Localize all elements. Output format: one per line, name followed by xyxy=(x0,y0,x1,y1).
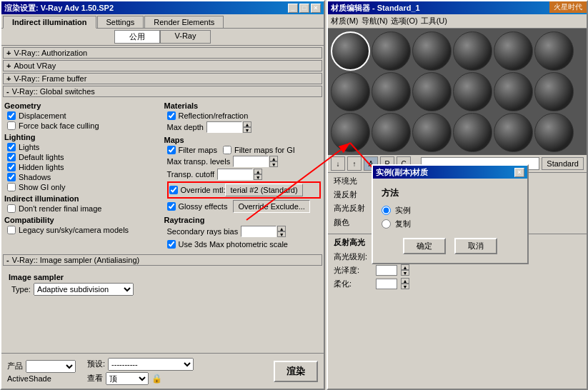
section-frame-buffer[interactable]: + V-Ray:: Frame buffer xyxy=(3,73,322,84)
filter-maps-gi-checkbox[interactable] xyxy=(223,146,231,154)
copy-radio[interactable] xyxy=(382,219,391,229)
filter-maps-checkbox[interactable] xyxy=(167,146,176,154)
glossy-checkbox[interactable] xyxy=(167,202,176,211)
material-title: 材质编辑器 - Standard_1 xyxy=(331,3,420,14)
sphere-0[interactable] xyxy=(331,31,370,71)
preset-row: 预设: ---------- xyxy=(87,358,194,371)
hidden-lights-checkbox[interactable] xyxy=(7,163,16,171)
preset-label: 预设: xyxy=(87,359,105,369)
legacy-sun-checkbox[interactable] xyxy=(7,226,16,234)
reflection-checkbox[interactable] xyxy=(167,111,176,120)
raytracing-group-label: Raytracing xyxy=(164,216,322,224)
gloss-input[interactable]: 10 xyxy=(376,265,397,276)
transp-cutoff-label: Transp. cutoff xyxy=(167,170,215,179)
view-row: 查看 顶 🔒 xyxy=(87,372,194,385)
sphere-4[interactable] xyxy=(494,31,533,71)
frame-expand-icon: + xyxy=(6,74,11,83)
sphere-3[interactable] xyxy=(453,31,492,71)
default-lights-checkbox[interactable] xyxy=(7,153,16,161)
override-mtl-button[interactable]: terial #2 (Standard) xyxy=(225,184,302,196)
reflection-label: Reflection/refraction xyxy=(179,111,249,120)
lights-label: Lights xyxy=(19,143,39,151)
lights-checkbox[interactable] xyxy=(7,143,16,151)
dont-render-checkbox[interactable] xyxy=(7,204,16,213)
sphere-13[interactable] xyxy=(372,113,411,152)
menu-tools[interactable]: 工具(U) xyxy=(421,16,447,26)
gloss-label: 光泽度: xyxy=(334,265,373,276)
sphere-7[interactable] xyxy=(372,72,411,111)
product-select[interactable] xyxy=(26,360,76,373)
soften-spinner[interactable]: ▲▼ xyxy=(401,278,409,289)
sphere-12[interactable] xyxy=(331,113,370,152)
override-exclude-button[interactable]: Override Exclude... xyxy=(233,200,310,213)
max-transp-input[interactable]: 50 xyxy=(233,156,269,167)
secondary-rays-spinner[interactable]: ▲▼ xyxy=(277,226,286,237)
secondary-rays-input[interactable]: 0.0 xyxy=(241,226,276,237)
max-depth-spinner[interactable]: ▲▼ xyxy=(243,121,251,133)
type-row: Type: Adaptive subdivision xyxy=(11,283,317,296)
shadows-checkbox[interactable] xyxy=(7,173,16,181)
diffuse-label: 漫反射 xyxy=(334,189,377,200)
show-gi-checkbox[interactable] xyxy=(7,183,16,191)
section-authorization[interactable]: + V-Ray:: Authorization xyxy=(3,47,322,59)
force-back-face-checkbox[interactable] xyxy=(7,121,16,130)
instance-close-button[interactable]: × xyxy=(514,168,524,177)
instance-radio[interactable] xyxy=(382,206,391,215)
sphere-8[interactable] xyxy=(412,72,452,111)
gloss-spinner[interactable]: ▲▼ xyxy=(401,264,409,276)
sphere-9[interactable] xyxy=(453,72,492,111)
subtab-gongyong[interactable]: 公用 xyxy=(114,30,160,44)
view-select[interactable]: 顶 xyxy=(106,372,149,385)
max-transp-spinner[interactable]: ▲▼ xyxy=(269,156,278,167)
sphere-17[interactable] xyxy=(534,113,574,152)
show-gi-label: Show GI only xyxy=(19,183,65,191)
gloss-row: 光泽度: 10 ▲▼ xyxy=(334,264,581,276)
default-lights-label: Default lights xyxy=(19,153,64,161)
max-depth-label: Max depth xyxy=(167,123,204,131)
maximize-button[interactable]: □ xyxy=(299,4,309,13)
section-global-switches[interactable]: - V-Ray:: Global switches xyxy=(3,86,322,97)
menu-nav[interactable]: 导航(N) xyxy=(362,16,388,26)
tab-settings[interactable]: Settings xyxy=(97,16,144,28)
sphere-15[interactable] xyxy=(453,113,492,152)
minimize-button[interactable]: _ xyxy=(288,4,298,13)
get-material-button[interactable]: ↓ xyxy=(331,156,345,171)
type-select[interactable]: Adaptive subdivision xyxy=(34,283,134,296)
lighting-group-label: Lighting xyxy=(4,133,161,141)
displacement-checkbox[interactable] xyxy=(7,111,16,120)
sphere-1[interactable] xyxy=(372,31,411,71)
transp-cutoff-input[interactable]: 0.001 xyxy=(217,169,253,180)
sphere-16[interactable] xyxy=(494,113,533,152)
section-image-sampler[interactable]: - V-Ray:: Image sampler (Antialiasing) xyxy=(3,254,322,266)
section-about-vray[interactable]: + About VRay xyxy=(3,60,322,71)
override-mtl-label: Override mtl: xyxy=(181,186,226,194)
sphere-11[interactable] xyxy=(534,72,574,111)
sphere-5[interactable] xyxy=(534,31,574,71)
sphere-14[interactable] xyxy=(412,113,452,152)
legacy-sun-label: Legacy sun/sky/camera models xyxy=(19,226,129,234)
soften-input[interactable]: 0.1 xyxy=(376,279,397,289)
transp-cutoff-spinner[interactable]: ▲▼ xyxy=(254,169,262,180)
max-depth-row: Max depth 2 ▲▼ xyxy=(167,121,322,133)
global-label: V-Ray:: Global switches xyxy=(12,87,95,96)
menu-options[interactable]: 选项(O) xyxy=(391,16,418,26)
close-button[interactable]: × xyxy=(311,4,321,13)
put-to-scene-button[interactable]: ↑ xyxy=(347,156,362,171)
tab-indirect-illumination[interactable]: Indirect illumination xyxy=(3,16,96,29)
subtab-vray[interactable]: V-Ray xyxy=(160,30,211,44)
sphere-6[interactable] xyxy=(331,72,370,111)
use-3ds-checkbox[interactable] xyxy=(167,240,176,249)
sphere-10[interactable] xyxy=(494,72,533,111)
cancel-button[interactable]: 取消 xyxy=(454,238,497,254)
menu-material[interactable]: 材质(M) xyxy=(331,16,359,26)
tab-render-elements[interactable]: Render Elements xyxy=(144,16,224,28)
render-button[interactable]: 渲染 xyxy=(274,361,318,382)
ok-button[interactable]: 确定 xyxy=(403,238,446,254)
sphere-2[interactable] xyxy=(412,31,452,71)
hidden-lights-row: Hidden lights xyxy=(7,163,161,171)
max-depth-input[interactable]: 2 xyxy=(206,121,242,133)
preset-select[interactable]: ---------- xyxy=(108,358,194,371)
level-label: 高光级别: xyxy=(334,251,373,262)
authorization-label: V-Ray:: Authorization xyxy=(14,49,87,57)
override-mtl-checkbox[interactable] xyxy=(169,186,178,194)
